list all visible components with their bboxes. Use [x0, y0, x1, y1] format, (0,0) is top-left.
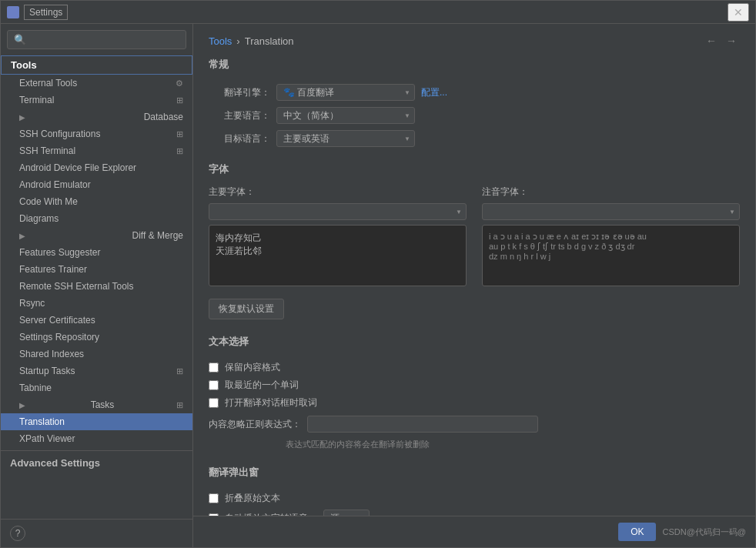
open-on-select-row: 打开翻译对话框时取词 — [209, 396, 740, 409]
primary-lang-label: 主要语言： — [209, 109, 270, 122]
external-tools-icon: ⚙ — [176, 79, 183, 89]
target-lang-label: 目标语言： — [209, 132, 270, 145]
primary-font-select[interactable] — [209, 203, 467, 220]
regex-hint: 表达式匹配的内容将会在翻译前被删除 — [286, 439, 740, 450]
nearest-word-row: 取最近的一个单词 — [209, 379, 740, 392]
app-icon — [7, 6, 19, 18]
primary-font-preview: 海内存知己 天涯若比邻 — [209, 225, 467, 286]
primary-font-label: 主要字体： — [209, 185, 467, 199]
bottom-bar: OK CSDN@代码归一码@ — [193, 516, 755, 547]
text-selection-section: 文本选择 保留内容格式 取最近的一个单词 打开翻译对话框时取词 内容 — [209, 335, 740, 450]
main-layout: 🔍 Tools External Tools ⚙ Terminal ⊞ ▶ — [1, 24, 755, 547]
engine-select[interactable]: 🐾 百度翻译 — [276, 84, 415, 101]
sidebar-item-features-trainer[interactable]: Features Trainer — [1, 261, 192, 278]
sidebar-section-tools[interactable]: Tools — [1, 55, 192, 75]
target-lang-row: 目标语言： 主要或英语 — [209, 130, 740, 147]
engine-row: 翻译引擎： 🐾 百度翻译 配置... — [209, 84, 740, 101]
primary-lang-select[interactable]: 中文（简体） — [276, 107, 415, 124]
config-link[interactable]: 配置... — [421, 86, 447, 99]
sidebar-item-startup-tasks[interactable]: Startup Tasks ⊞ — [1, 363, 192, 379]
primary-font-select-wrapper[interactable] — [209, 203, 467, 220]
sidebar-nav: Tools External Tools ⚙ Terminal ⊞ ▶ Data… — [1, 55, 192, 519]
restore-defaults-button[interactable]: 恢复默认设置 — [209, 299, 284, 319]
sidebar-item-android-device[interactable]: Android Device File Explorer — [1, 159, 192, 176]
advanced-settings-label: Advanced Settings — [10, 457, 100, 469]
search-box[interactable]: 🔍 — [7, 30, 186, 49]
breadcrumb-sep: › — [236, 35, 239, 47]
sidebar-item-tasks[interactable]: ▶ Tasks ⊞ — [1, 396, 192, 413]
watermark: CSDN@代码归一码@ — [662, 526, 746, 538]
main-panel: Tools › Translation ← → 常规 翻译引擎： 🐾 — [193, 24, 755, 547]
help-button[interactable]: ? — [10, 526, 25, 541]
sidebar-item-ssh-terminal[interactable]: SSH Terminal ⊞ — [1, 142, 192, 159]
target-lang-select[interactable]: 主要或英语 — [276, 130, 415, 147]
popup-title: 翻译弹出窗 — [209, 466, 740, 483]
breadcrumb-tools: Tools — [209, 35, 232, 47]
sidebar-item-settings-repository[interactable]: Settings Repository — [1, 329, 192, 346]
breadcrumb-nav: ← → — [703, 33, 740, 48]
primary-font-col: 主要字体： 海内存知己 天涯若比邻 — [209, 185, 467, 286]
sidebar-item-shared-indexes[interactable]: Shared Indexes — [1, 346, 192, 363]
sidebar-item-rsync[interactable]: Rsync — [1, 295, 192, 312]
sidebar-item-terminal[interactable]: Terminal ⊞ — [1, 92, 192, 109]
fold-original-row: 折叠原始文本 — [209, 492, 740, 505]
sidebar-item-server-certificates[interactable]: Server Certificates — [1, 312, 192, 329]
keep-format-label: 保留内容格式 — [225, 361, 280, 374]
chevron-right-icon2: ▶ — [19, 232, 25, 240]
font-title: 字体 — [209, 162, 740, 176]
sidebar-item-xpath-viewer[interactable]: XPath Viewer — [1, 430, 192, 447]
annotation-font-preview: i a ɔ u a i a ɔ u æ e ʌ aɪ eɪ ɔɪ ɪə ɛə u… — [482, 225, 740, 286]
primary-lang-row: 主要语言： 中文（简体） — [209, 107, 740, 124]
sidebar-item-tabnine[interactable]: Tabnine — [1, 379, 192, 396]
window-title: Settings — [24, 5, 68, 20]
font-row: 主要字体： 海内存知己 天涯若比邻 — [209, 185, 740, 286]
nearest-word-checkbox[interactable] — [209, 380, 219, 390]
annotation-font-select[interactable] — [482, 203, 740, 220]
forward-button[interactable]: → — [723, 33, 740, 48]
ok-button[interactable]: OK — [618, 523, 656, 541]
font-section: 字体 主要字体： 海内存知己 天涯若比邻 — [209, 162, 740, 319]
auto-play-select[interactable]: 源 — [323, 510, 370, 516]
main-content: 常规 翻译引擎： 🐾 百度翻译 配置... 主要语言： — [193, 58, 755, 516]
sidebar-bottom: ? — [1, 519, 192, 547]
terminal-icon: ⊞ — [176, 95, 183, 105]
annotation-font-select-wrapper[interactable] — [482, 203, 740, 220]
auto-play-row: 自动播放文字转语音： 源 — [209, 510, 740, 516]
regex-input[interactable]: [\*/#$] — [307, 416, 538, 433]
open-on-select-label: 打开翻译对话框时取词 — [225, 396, 317, 409]
general-title: 常规 — [209, 58, 740, 75]
close-button[interactable]: ✕ — [728, 3, 749, 22]
sidebar-item-remote-ssh[interactable]: Remote SSH External Tools — [1, 278, 192, 295]
fold-original-checkbox[interactable] — [209, 493, 219, 503]
sidebar-section-advanced[interactable]: Advanced Settings — [1, 454, 192, 472]
sidebar-item-diagrams[interactable]: Diagrams — [1, 210, 192, 227]
keep-format-checkbox[interactable] — [209, 363, 219, 373]
popup-section: 翻译弹出窗 折叠原始文本 自动播放文字转语音： 源 — [209, 466, 740, 516]
primary-lang-select-wrapper[interactable]: 中文（简体） — [276, 107, 415, 124]
settings-window: Settings ✕ 🔍 Tools External Tools ⚙ Term… — [0, 0, 756, 548]
target-lang-select-wrapper[interactable]: 主要或英语 — [276, 130, 415, 147]
auto-play-select-wrapper[interactable]: 源 — [323, 510, 370, 516]
sidebar-item-android-emulator[interactable]: Android Emulator — [1, 176, 192, 193]
sidebar-item-features-suggester[interactable]: Features Suggester — [1, 244, 192, 261]
engine-select-wrapper[interactable]: 🐾 百度翻译 — [276, 84, 415, 101]
text-selection-title: 文本选择 — [209, 335, 740, 352]
open-on-select-checkbox[interactable] — [209, 398, 219, 408]
keep-format-row: 保留内容格式 — [209, 361, 740, 374]
sidebar-item-code-with-me[interactable]: Code With Me — [1, 193, 192, 210]
breadcrumb-translation: Translation — [245, 35, 294, 47]
tasks-icon: ⊞ — [176, 400, 183, 410]
chevron-right-icon: ▶ — [19, 113, 25, 122]
regex-row: 内容忽略正则表达式： [\*/#$] — [209, 416, 740, 433]
search-input[interactable] — [31, 35, 179, 45]
ssh-terminal-icon: ⊞ — [176, 146, 183, 156]
sidebar-item-database[interactable]: ▶ Database — [1, 109, 192, 125]
back-button[interactable]: ← — [703, 33, 720, 48]
sidebar-item-external-tools[interactable]: External Tools ⚙ — [1, 75, 192, 92]
sidebar-item-ssh-configurations[interactable]: SSH Configurations ⊞ — [1, 125, 192, 142]
sidebar-item-translation[interactable]: Translation — [1, 413, 192, 430]
engine-label: 翻译引擎： — [209, 86, 270, 99]
ssh-config-icon: ⊞ — [176, 129, 183, 139]
nearest-word-label: 取最近的一个单词 — [225, 379, 299, 392]
sidebar-item-diff-merge[interactable]: ▶ Diff & Merge — [1, 227, 192, 244]
